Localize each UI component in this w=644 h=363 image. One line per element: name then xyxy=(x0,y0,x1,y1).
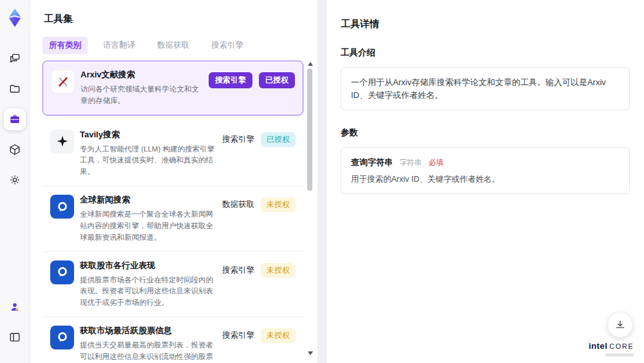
panel-toggle-icon xyxy=(8,331,21,344)
tool-card-global-news[interactable]: 全球新闻搜索 全球新闻搜索是一个聚合全球各大新闻网站内容的搜索引擎，帮助用户快速… xyxy=(43,186,303,251)
scroll-up-icon[interactable] xyxy=(308,62,313,66)
cube-icon xyxy=(8,143,21,156)
status-badge: 未授权 xyxy=(261,328,296,343)
category-badge: 搜索引擎 xyxy=(222,134,254,145)
intro-heading: 工具介绍 xyxy=(341,47,630,59)
tool-description: 全球新闻搜索是一个聚合全球各大新闻网站内容的搜索引擎，帮助用户快速获取全球最新资… xyxy=(80,209,216,243)
scroll-down-icon[interactable] xyxy=(308,351,313,355)
sidebar-item-chat[interactable] xyxy=(4,48,26,70)
news-q-logo-icon xyxy=(50,260,74,284)
core-wordmark: CORE xyxy=(609,342,634,350)
tool-name: Tavily搜索 xyxy=(80,129,216,141)
sidebar-item-packages[interactable] xyxy=(4,139,26,161)
tool-list: Arxiv文献搜索 访问各个研究领域大量科学论文和文章的存储库。 搜索引擎 已授… xyxy=(43,61,314,363)
param-description: 用于搜索的Arxiv ID、关键字或作者姓名。 xyxy=(351,174,620,185)
param-type: 字符串 xyxy=(399,159,422,166)
sidebar-item-user[interactable] xyxy=(4,296,26,318)
category-badge: 数据获取 xyxy=(222,199,254,210)
scrollbar-thumb[interactable] xyxy=(307,68,312,191)
tool-card-tavily[interactable]: Tavily搜索 专为人工智能代理 (LLM) 构建的搜索引擎工具，可快速提供实… xyxy=(43,121,303,186)
params-heading: 参数 xyxy=(341,127,630,139)
tool-name: 全球新闻搜索 xyxy=(80,194,216,206)
category-badge: 搜索引擎 xyxy=(222,330,254,341)
sidebar-item-files[interactable] xyxy=(4,78,26,100)
intel-sub-badge xyxy=(605,353,634,357)
download-icon xyxy=(614,319,626,331)
tool-card-most-active-stocks[interactable]: 获取市场最活跃股票信息 提供当天交易量最高的股票列表，投资者可以利用这些信息来识… xyxy=(43,317,303,363)
status-badge: 已授权 xyxy=(259,72,295,88)
sparkle-logo-icon xyxy=(50,130,74,153)
category-badge: 搜索引擎 xyxy=(222,265,254,276)
intro-text: 一个用于从Arxiv存储库搜索科学论文和文章的工具。输入可以是Arxiv ID、… xyxy=(351,76,620,101)
tool-card-arxiv[interactable]: Arxiv文献搜索 访问各个研究领域大量科学论文和文章的存储库。 搜索引擎 已授… xyxy=(43,61,303,115)
tool-name: 获取股市各行业表现 xyxy=(80,260,216,271)
tool-description: 提供当天交易量最高的股票列表，投资者可以利用这些信息来识别流动性强的股票和潜在的… xyxy=(80,340,216,363)
tab-data-fetch[interactable]: 数据获取 xyxy=(151,37,196,54)
chat-icon xyxy=(8,52,21,65)
user-icon xyxy=(8,300,21,313)
status-badge: 未授权 xyxy=(261,263,296,278)
app-logo-icon xyxy=(6,8,24,28)
arxiv-logo-icon xyxy=(51,70,75,93)
tab-all-categories[interactable]: 所有类别 xyxy=(43,37,88,54)
news-q-logo-icon xyxy=(50,195,74,219)
tool-card-sector-performance[interactable]: 获取股市各行业表现 提供股票市场各个行业在特定时间段内的表现。投资者可以利用这些… xyxy=(43,252,303,317)
detail-title: 工具详情 xyxy=(341,18,630,30)
tool-description: 提供股票市场各个行业在特定时间段内的表现。投资者可以利用这些信息来识别表现优于或… xyxy=(80,275,216,309)
tool-name: Arxiv文献搜索 xyxy=(80,69,203,81)
detail-panel: 工具详情 工具介绍 一个用于从Arxiv存储库搜索科学论文和文章的工具。输入可以… xyxy=(327,0,644,363)
list-scrollbar[interactable] xyxy=(307,61,314,357)
category-tabs: 所有类别 语言翻译 数据获取 搜索引擎 xyxy=(43,37,314,54)
briefcase-icon xyxy=(8,113,21,126)
sidebar-item-collapse-panel[interactable] xyxy=(4,326,26,348)
sidebar-item-tools[interactable] xyxy=(4,108,26,130)
status-badge: 未授权 xyxy=(261,197,296,212)
intro-box: 一个用于从Arxiv存储库搜索科学论文和文章的工具。输入可以是Arxiv ID、… xyxy=(341,67,630,110)
param-required-badge: 必填 xyxy=(428,159,443,166)
app-window: 工具集 所有类别 语言翻译 数据获取 搜索引擎 Arxiv文献搜索 访问各个研究… xyxy=(0,0,644,363)
status-badge: 已授权 xyxy=(261,132,296,147)
page-title: 工具集 xyxy=(44,13,314,25)
tool-description: 专为人工智能代理 (LLM) 构建的搜索引擎工具，可快速提供实时、准确和真实的结… xyxy=(80,144,216,178)
tool-description: 访问各个研究领域大量科学论文和文章的存储库。 xyxy=(80,84,203,107)
param-box: 查询字符串 字符串 必填 用于搜索的Arxiv ID、关键字或作者姓名。 xyxy=(341,147,630,194)
param-name: 查询字符串 xyxy=(351,157,393,167)
news-q-logo-icon xyxy=(50,326,74,349)
tab-translation[interactable]: 语言翻译 xyxy=(97,37,142,54)
tools-panel: 工具集 所有类别 语言翻译 数据获取 搜索引擎 Arxiv文献搜索 访问各个研究… xyxy=(30,0,317,363)
download-button[interactable] xyxy=(608,313,632,337)
intel-wordmark: intel xyxy=(589,341,607,351)
folder-icon xyxy=(8,83,21,95)
sidebar-item-settings[interactable] xyxy=(4,169,26,191)
nav-rail xyxy=(0,0,30,363)
intel-core-logo: intelCORE xyxy=(589,340,634,357)
tab-search-engine[interactable]: 搜索引擎 xyxy=(205,37,250,54)
gear-icon xyxy=(8,173,21,186)
tool-name: 获取市场最活跃股票信息 xyxy=(80,325,216,337)
category-badge: 搜索引擎 xyxy=(209,72,252,88)
